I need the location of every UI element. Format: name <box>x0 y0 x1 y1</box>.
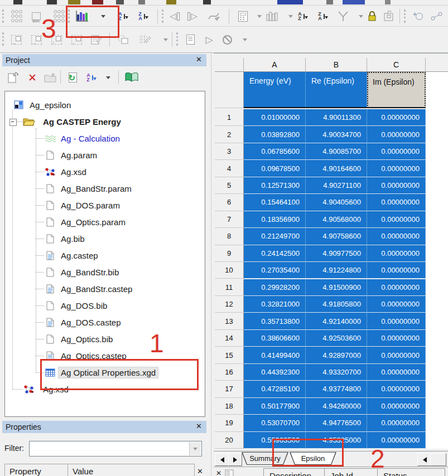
cell-header-im-epsilon-active[interactable]: Im (Epsilon) <box>367 72 426 108</box>
run-dropdown-button[interactable] <box>237 32 253 47</box>
run-button[interactable]: ▷ <box>201 32 218 47</box>
cell-r10c3[interactable]: 0.00000000 <box>367 262 426 279</box>
row-number-20[interactable]: 20 <box>215 432 244 449</box>
cell-r19c1[interactable]: 0.53070700 <box>244 415 306 431</box>
grid-corner-cell[interactable] <box>215 58 244 72</box>
insert-row-below-button[interactable]: ↓ <box>68 32 85 47</box>
cell-r8c1[interactable]: 0.21249700 <box>244 228 306 245</box>
row-number-11[interactable]: 11 <box>215 279 244 296</box>
cell-r1c3[interactable]: 0.00000000 <box>367 109 426 126</box>
tree-item-ag-xsd[interactable]: Ag.xsd <box>5 163 205 180</box>
row-number-9[interactable]: 9 <box>215 245 244 262</box>
cell-r2c2[interactable]: 4.90034700 <box>306 126 367 143</box>
tree-item-ag-optics-bib[interactable]: Ag_Optics.bib <box>5 331 205 347</box>
row-number-18[interactable]: 18 <box>215 398 244 415</box>
cell-r3c1[interactable]: 0.06785600 <box>244 143 306 160</box>
toolbar-grip[interactable] <box>68 9 70 23</box>
sort-descending-button-2[interactable]: ZA <box>315 8 331 24</box>
cell-r13c1[interactable]: 0.35713800 <box>244 313 306 329</box>
row-number-7[interactable]: 7 <box>215 211 244 228</box>
sketch-tool-button[interactable] <box>205 8 222 24</box>
tree-item-ag-optics-param[interactable]: Ag_Optics.param <box>5 213 205 230</box>
cell-r19c3[interactable]: 0.00000000 <box>367 415 426 431</box>
cell-r12c1[interactable]: 0.32821000 <box>244 296 306 313</box>
refresh-button[interactable]: ↻ <box>65 70 80 85</box>
cell-r16c1[interactable]: 0.44392300 <box>244 364 306 381</box>
filter-combobox[interactable] <box>29 441 202 456</box>
row-number-4[interactable]: 4 <box>215 160 244 177</box>
cell-r8c3[interactable]: 0.00000000 <box>367 228 426 245</box>
cell-r1c2[interactable]: 4.90011300 <box>306 109 367 126</box>
tree-item-ag-dos-param[interactable]: Ag_DOS.param <box>5 197 205 213</box>
row-number-13[interactable]: 13 <box>215 313 244 329</box>
tab-epsilon[interactable]: Epsilon <box>290 452 336 465</box>
cell-r15c2[interactable]: 4.92897000 <box>306 347 367 363</box>
row-number-1[interactable]: 1 <box>215 109 244 126</box>
row-number-3[interactable]: 3 <box>215 143 244 160</box>
column-header-a[interactable]: A <box>244 58 306 72</box>
close-icon[interactable]: ✕ <box>216 469 221 476</box>
hscroll-left-button[interactable] <box>417 453 431 466</box>
cell-r17c2[interactable]: 4.93774800 <box>306 381 367 397</box>
row-number-14[interactable]: 14 <box>215 330 244 347</box>
chart-dropdown-button[interactable] <box>95 8 112 24</box>
cell-r9c3[interactable]: 0.00000000 <box>367 245 426 262</box>
tree-item-ag-dos-castep[interactable]: Ag_DOS.castep <box>5 314 205 331</box>
cell-r6c2[interactable]: 4.90405600 <box>306 194 367 211</box>
tree-item-ag-optics-castep[interactable]: Ag_Optics.castep <box>5 347 205 364</box>
row-number-16[interactable]: 16 <box>215 364 244 381</box>
tree-item-ag-bandstr-castep[interactable]: Ag_BandStr.castep <box>5 280 205 297</box>
cell-r7c2[interactable]: 4.90568000 <box>306 211 367 228</box>
cell-r20c1[interactable]: 0.55963500 <box>244 432 306 449</box>
new-folder-button[interactable] <box>42 70 58 85</box>
cell-r12c2[interactable]: 4.91805800 <box>306 296 367 313</box>
row-number-17[interactable]: 17 <box>215 381 244 397</box>
sort-descending-button[interactable]: ZA <box>135 8 152 24</box>
cell-r12c3[interactable]: 0.00000000 <box>367 296 426 313</box>
cell-r17c1[interactable]: 0.47285100 <box>244 381 306 397</box>
row-number-19[interactable]: 19 <box>215 415 244 431</box>
cell-r9c2[interactable]: 4.90977500 <box>306 245 367 262</box>
row-number-8[interactable]: 8 <box>215 228 244 245</box>
tree-item-ag-bandstr-bib[interactable]: Ag_BandStr.bib <box>5 264 205 280</box>
close-icon[interactable]: ✕ <box>196 422 202 430</box>
bottom-col-description[interactable]: Description <box>263 468 325 476</box>
bottom-col-jobid[interactable]: Job Id <box>324 468 378 476</box>
column-header-b[interactable]: B <box>306 58 367 72</box>
row-number-10[interactable]: 10 <box>215 262 244 279</box>
tree-item-ag-xsd[interactable]: Ag.xsd <box>5 381 205 397</box>
filter-button[interactable] <box>335 8 351 24</box>
cell-r18c1[interactable]: 0.50177900 <box>244 398 306 415</box>
cell-r11c1[interactable]: 0.29928200 <box>244 279 306 296</box>
cell-r7c1[interactable]: 0.18356900 <box>244 211 306 228</box>
close-icon[interactable]: ✕ <box>197 467 203 475</box>
toolbar-grip[interactable] <box>2 9 4 23</box>
row-number-15[interactable]: 15 <box>215 347 244 363</box>
lock-button[interactable] <box>364 8 380 24</box>
toolbar-grip[interactable] <box>404 9 406 23</box>
tab-scroll-left-button[interactable] <box>215 453 229 466</box>
cell-r15c3[interactable]: 0.00000000 <box>367 347 426 363</box>
project-help-button[interactable] <box>124 70 139 85</box>
cell-r14c2[interactable]: 4.92503600 <box>306 330 367 347</box>
notes-icon[interactable] <box>225 469 235 476</box>
tree-item-ag-castep[interactable]: Ag.castep <box>5 247 205 264</box>
step-forward-button[interactable]: ▷ <box>184 8 201 24</box>
project-sort-button[interactable]: AZ <box>84 70 99 85</box>
tree-item-ag-bib[interactable]: Ag.bib <box>5 230 205 247</box>
close-icon[interactable]: ✕ <box>196 55 202 64</box>
new-project-item-button[interactable] <box>6 70 21 85</box>
column-header-c[interactable]: C <box>367 58 426 72</box>
cell-r2c3[interactable]: 0.00000000 <box>367 126 426 143</box>
cell-r2c1[interactable]: 0.03892800 <box>244 126 306 143</box>
tab-summary[interactable]: Summary <box>242 452 288 465</box>
cell-r5c1[interactable]: 0.12571300 <box>244 177 306 194</box>
filter-dropdown-button[interactable] <box>189 442 201 455</box>
cell-r4c1[interactable]: 0.09678500 <box>244 160 306 177</box>
delete-button[interactable]: ✕ <box>25 70 40 85</box>
new-script-button[interactable] <box>182 32 199 47</box>
step-back-button[interactable]: ◁ <box>166 8 183 24</box>
row-number-6[interactable]: 6 <box>215 194 244 211</box>
cell-r15c1[interactable]: 0.41499400 <box>244 347 306 363</box>
tree-item-ag-castep-energy[interactable]: Ag CASTEP Energy <box>5 113 205 130</box>
